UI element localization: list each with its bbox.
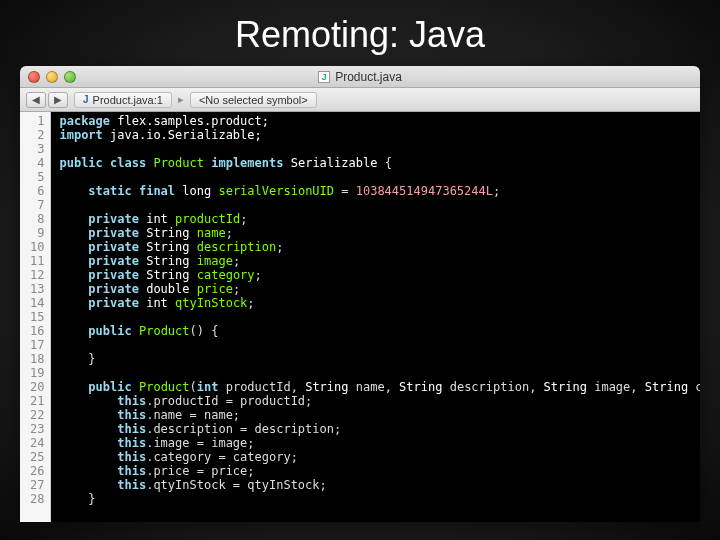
java-file-icon: J: [318, 71, 330, 83]
slide-title: Remoting: Java: [0, 0, 720, 66]
window-titlebar[interactable]: J Product.java: [20, 66, 700, 88]
java-file-icon: J: [83, 94, 89, 105]
breadcrumb-separator: ▸: [178, 93, 184, 106]
breadcrumb-file-label: Product.java:1: [93, 94, 163, 106]
editor-window: J Product.java ◀ ▶ J Product.java:1 ▸ <N…: [20, 66, 700, 522]
editor-toolbar: ◀ ▶ J Product.java:1 ▸ <No selected symb…: [20, 88, 700, 112]
nav-buttons: ◀ ▶: [26, 92, 68, 108]
breadcrumb-symbol-label: <No selected symbol>: [199, 94, 308, 106]
line-number-gutter: 1234567891011121314151617181920212223242…: [20, 112, 51, 522]
code-editor[interactable]: 1234567891011121314151617181920212223242…: [20, 112, 700, 522]
nav-forward-button[interactable]: ▶: [48, 92, 68, 108]
nav-back-button[interactable]: ◀: [26, 92, 46, 108]
window-title: J Product.java: [20, 70, 700, 84]
breadcrumb-symbol[interactable]: <No selected symbol>: [190, 92, 317, 108]
code-area[interactable]: package flex.samples.product;import java…: [51, 112, 700, 522]
window-title-text: Product.java: [335, 70, 402, 84]
breadcrumb-file[interactable]: J Product.java:1: [74, 92, 172, 108]
